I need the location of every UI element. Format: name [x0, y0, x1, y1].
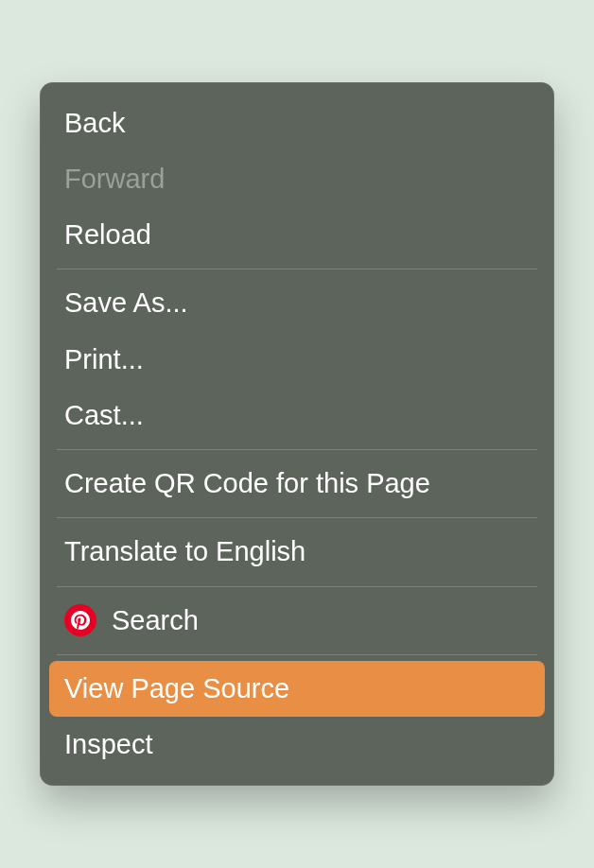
menu-inspect[interactable]: Inspect — [49, 717, 545, 773]
menu-cast[interactable]: Cast... — [49, 388, 545, 443]
divider — [57, 586, 537, 587]
menu-forward-label: Forward — [64, 162, 165, 196]
menu-back[interactable]: Back — [49, 95, 545, 151]
divider — [57, 449, 537, 450]
divider — [57, 654, 537, 655]
menu-create-qr-label: Create QR Code for this Page — [64, 466, 430, 500]
menu-reload-label: Reload — [64, 217, 151, 252]
menu-create-qr[interactable]: Create QR Code for this Page — [49, 456, 545, 512]
menu-save-as[interactable]: Save As... — [49, 275, 545, 331]
menu-reload[interactable]: Reload — [49, 207, 545, 263]
divider — [57, 517, 537, 518]
menu-print[interactable]: Print... — [49, 332, 545, 388]
menu-inspect-label: Inspect — [64, 727, 153, 761]
context-menu: Back Forward Reload Save As... Print... … — [40, 82, 554, 787]
menu-cast-label: Cast... — [64, 398, 144, 432]
menu-view-page-source[interactable]: View Page Source — [49, 661, 545, 717]
divider — [57, 269, 537, 269]
menu-view-page-source-label: View Page Source — [64, 671, 289, 705]
pinterest-icon — [64, 604, 96, 636]
menu-back-label: Back — [64, 106, 125, 140]
menu-print-label: Print... — [64, 342, 144, 376]
menu-pinterest-search-label: Search — [112, 603, 199, 637]
menu-save-as-label: Save As... — [64, 286, 188, 320]
menu-translate[interactable]: Translate to English — [49, 524, 545, 580]
pinterest-icon-svg — [71, 608, 90, 633]
menu-pinterest-search[interactable]: Search — [49, 593, 545, 649]
menu-forward: Forward — [49, 151, 545, 207]
menu-translate-label: Translate to English — [64, 534, 306, 568]
